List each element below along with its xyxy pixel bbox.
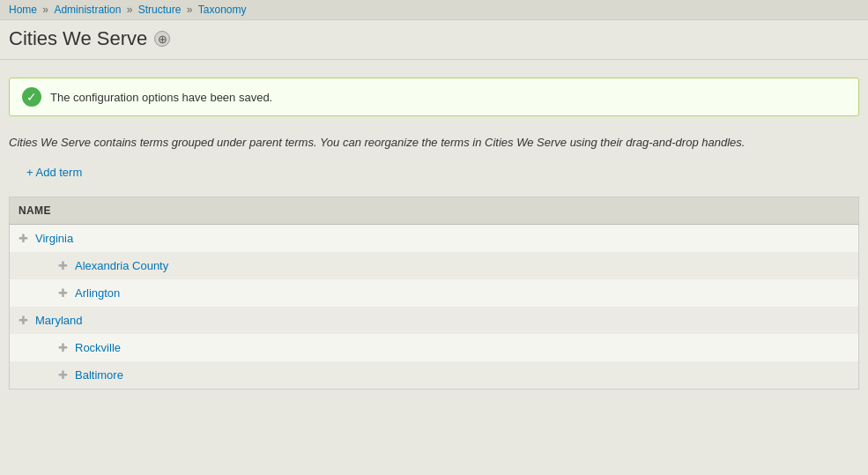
desc-text-middle: contains terms grouped under parent term… bbox=[94, 136, 485, 149]
add-shortcut-button[interactable]: ⊕ bbox=[154, 31, 170, 47]
term-link[interactable]: Baltimore bbox=[75, 368, 123, 382]
table-row: ✚Baltimore bbox=[10, 361, 859, 390]
breadcrumb-administration[interactable]: Administration bbox=[54, 4, 121, 16]
table-row: ✚Virginia bbox=[10, 224, 859, 252]
check-icon: ✓ bbox=[22, 87, 41, 107]
breadcrumb-sep-2: » bbox=[127, 4, 136, 16]
table-row: ✚Rockville bbox=[10, 334, 859, 361]
status-text: The configuration options have been save… bbox=[50, 91, 272, 104]
breadcrumb: Home » Administration » Structure » Taxo… bbox=[0, 0, 868, 20]
breadcrumb-home[interactable]: Home bbox=[9, 4, 37, 16]
term-link[interactable]: Maryland bbox=[35, 314, 82, 327]
desc-vocab-name-2: Cities We Serve bbox=[485, 136, 567, 149]
desc-vocab-name-1: Cities We Serve bbox=[9, 136, 91, 149]
add-term-link[interactable]: Add term bbox=[9, 166, 82, 179]
breadcrumb-sep-3: » bbox=[187, 4, 196, 16]
desc-text-after: using their drag-and-drop handles. bbox=[570, 136, 746, 149]
page-title-bar: Cities We Serve ⊕ bbox=[0, 20, 868, 60]
term-link[interactable]: Virginia bbox=[35, 232, 73, 245]
terms-table: NAME ✚Virginia✚Alexandria County✚Arlingt… bbox=[9, 197, 859, 390]
description-text: Cities We Serve contains terms grouped u… bbox=[9, 134, 859, 152]
page-title-text: Cities We Serve bbox=[9, 27, 147, 50]
status-message: ✓ The configuration options have been sa… bbox=[9, 78, 859, 116]
drag-handle-icon[interactable]: ✚ bbox=[58, 286, 68, 300]
table-row: ✚Alexandria County bbox=[10, 252, 859, 279]
column-name: NAME bbox=[10, 197, 859, 224]
breadcrumb-sep-1: » bbox=[42, 4, 51, 16]
table-row: ✚Arlington bbox=[10, 279, 859, 307]
term-link[interactable]: Rockville bbox=[75, 341, 121, 354]
breadcrumb-structure[interactable]: Structure bbox=[138, 4, 182, 16]
term-link[interactable]: Alexandria County bbox=[75, 259, 168, 272]
drag-handle-icon[interactable]: ✚ bbox=[58, 259, 68, 272]
page-title: Cities We Serve ⊕ bbox=[9, 27, 859, 50]
table-header-row: NAME bbox=[10, 197, 859, 224]
drag-handle-icon[interactable]: ✚ bbox=[58, 341, 68, 354]
term-link[interactable]: Arlington bbox=[75, 286, 120, 300]
table-row: ✚Maryland bbox=[10, 307, 859, 334]
drag-handle-icon[interactable]: ✚ bbox=[19, 314, 28, 327]
breadcrumb-taxonomy[interactable]: Taxonomy bbox=[198, 4, 247, 16]
drag-handle-icon[interactable]: ✚ bbox=[19, 232, 28, 245]
main-content: ✓ The configuration options have been sa… bbox=[0, 60, 868, 398]
drag-handle-icon[interactable]: ✚ bbox=[58, 368, 68, 382]
